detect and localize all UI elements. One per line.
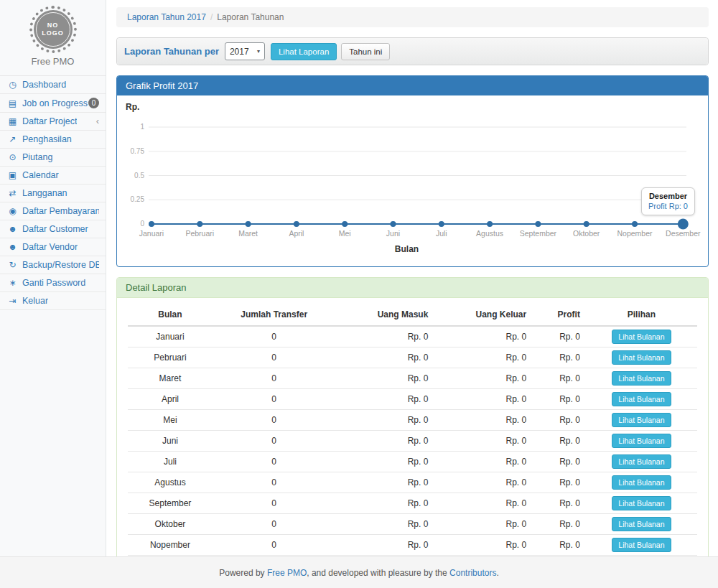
line-chart-icon: ↗ [6,134,19,144]
lihat-bulanan-button[interactable]: Lihat Bulanan [612,392,671,406]
jumlah-transfer-cell: 0 [213,472,336,493]
lihat-bulanan-button[interactable]: Lihat Bulanan [612,330,671,344]
bulan-cell: Juli [128,452,213,472]
pilihan-cell: Lihat Bulanan [586,368,697,389]
breadcrumb-link-laporan-tahun[interactable]: Laporan Tahun 2017 [127,12,206,22]
sidebar-item-piutang[interactable]: ⊙Piutang [0,149,106,167]
lihat-bulanan-button[interactable]: Lihat Bulanan [612,413,671,427]
svg-text:0: 0 [140,220,144,228]
profit-cell: Rp. 0 [532,452,586,472]
pilihan-cell: Lihat Bulanan [586,347,697,368]
sidebar-item-daftar-vendor[interactable]: ☻Daftar Vendor [0,238,106,256]
sidebar-item-keluar[interactable]: ⇥Keluar [0,292,106,310]
table-row: April0Rp. 0Rp. 0Rp. 0Lihat Bulanan [128,389,697,410]
sidebar-item-calendar[interactable]: ▣Calendar [0,167,106,185]
footer-link-contributors[interactable]: Contributors [449,568,496,578]
uang-masuk-cell: Rp. 0 [336,535,434,556]
uang-masuk-cell: Rp. 0 [336,389,434,410]
svg-text:Desember: Desember [666,229,701,238]
sidebar-item-daftar-pembayaran[interactable]: ◉Daftar Pembayaran [0,202,106,220]
table-row: September0Rp. 0Rp. 0Rp. 0Lihat Bulanan [128,493,697,514]
table-icon: ▦ [6,116,19,126]
pilihan-cell: Lihat Bulanan [586,431,697,452]
sidebar-item-label: Daftar Vendor [22,242,78,252]
bulan-cell: Nopember [128,535,213,556]
detail-laporan-panel: Detail Laporan BulanJumlah TransferUang … [116,277,709,588]
sidebar-item-label: Calendar [22,170,59,180]
pilihan-cell: Lihat Bulanan [586,410,697,431]
pilihan-cell: Lihat Bulanan [586,326,697,347]
users-icon: ☻ [6,224,19,234]
year-select[interactable]: 2017 ▾ [225,42,265,60]
lihat-laporan-button[interactable]: Lihat Laporan [271,43,337,60]
pilihan-cell: Lihat Bulanan [586,493,697,514]
svg-text:1: 1 [140,123,144,131]
bulan-cell: September [128,493,213,514]
column-header: Jumlah Transfer [213,304,336,326]
uang-masuk-cell: Rp. 0 [336,410,434,431]
sidebar-item-label: Backup/Restore DB [22,260,99,270]
select-caret-icon: ▾ [257,48,260,55]
lihat-bulanan-button[interactable]: Lihat Bulanan [612,434,671,448]
sidebar-item-dashboard[interactable]: ◷Dashboard [0,76,106,94]
uang-masuk-cell: Rp. 0 [336,326,434,347]
sidebar-item-label: Daftar Pembayaran [22,206,99,216]
column-header: Pilihan [586,304,697,326]
sidebar-item-langganan[interactable]: ⇄Langganan [0,185,106,202]
lihat-bulanan-button[interactable]: Lihat Bulanan [612,371,671,386]
year-select-value: 2017 [230,47,249,57]
svg-text:0.25: 0.25 [131,195,145,203]
uang-keluar-cell: Rp. 0 [434,514,532,535]
sidebar-item-daftar-customer[interactable]: ☻Daftar Customer [0,220,106,238]
svg-text:Pebruari: Pebruari [185,229,214,238]
svg-text:Agustus: Agustus [476,229,503,238]
bulan-cell: Juni [128,431,213,452]
svg-text:Bulan: Bulan [395,244,419,254]
uang-masuk-cell: Rp. 0 [336,452,434,472]
uang-keluar-cell: Rp. 0 [434,410,532,431]
sidebar-item-ganti-password[interactable]: ∗Ganti Password [0,274,106,292]
table-row: Pebruari0Rp. 0Rp. 0Rp. 0Lihat Bulanan [128,347,697,368]
footer: Powered by Free PMO, and developed with … [0,556,718,588]
lihat-bulanan-button[interactable]: Lihat Bulanan [612,350,671,365]
sidebar-item-job-on-progress[interactable]: ▤Job on Progress0 [0,94,106,113]
footer-text-after: . [496,568,498,578]
table-row: Juni0Rp. 0Rp. 0Rp. 0Lihat Bulanan [128,431,697,452]
users-icon: ☻ [6,242,19,252]
breadcrumb-current: Laporan Tahunan [217,12,284,22]
sidebar-item-label: Dashboard [22,80,66,90]
svg-text:Nopember: Nopember [617,229,653,238]
jumlah-transfer-cell: 0 [213,535,336,556]
logo-text-line2: LOGO [42,29,64,37]
lihat-bulanan-button[interactable]: Lihat Bulanan [612,475,671,490]
sidebar-item-backup-restore-db[interactable]: ↻Backup/Restore DB [0,256,106,274]
footer-link-free-pmo[interactable]: Free PMO [267,568,307,578]
svg-text:Juli: Juli [436,229,447,238]
profit-chart-panel: Grafik Profit 2017 00.250.50.751Rp.Janua… [116,75,709,267]
pilihan-cell: Lihat Bulanan [586,472,697,493]
breadcrumb: Laporan Tahun 2017/Laporan Tahunan [116,7,709,27]
profit-cell: Rp. 0 [532,326,586,347]
svg-text:0.5: 0.5 [134,172,144,179]
lihat-bulanan-button[interactable]: Lihat Bulanan [612,517,671,531]
uang-masuk-cell: Rp. 0 [336,368,434,389]
tahun-ini-button[interactable]: Tahun ini [341,43,390,60]
bulan-cell: Maret [128,368,213,389]
jumlah-transfer-cell: 0 [213,410,336,431]
uang-keluar-cell: Rp. 0 [434,347,532,368]
sidebar-item-daftar-project[interactable]: ▦Daftar Project‹ [0,113,106,131]
jumlah-transfer-cell: 0 [213,326,336,347]
count-badge: 0 [88,98,99,108]
lihat-bulanan-button[interactable]: Lihat Bulanan [612,496,671,510]
lihat-bulanan-button[interactable]: Lihat Bulanan [612,454,671,469]
profit-cell: Rp. 0 [532,389,586,410]
brand-block: NO LOGO Free PMO [0,0,106,75]
report-table: BulanJumlah TransferUang MasukUang Kelua… [128,304,697,588]
lihat-bulanan-button[interactable]: Lihat Bulanan [612,538,671,552]
sidebar-item-penghasilan[interactable]: ↗Penghasilan [0,131,106,149]
uang-masuk-cell: Rp. 0 [336,493,434,514]
refresh-icon: ↻ [6,260,19,270]
uang-keluar-cell: Rp. 0 [434,493,532,514]
report-filter-panel: Laporan Tahunan per 2017 ▾ Lihat Laporan… [116,37,709,65]
page: NO LOGO Free PMO ◷Dashboard▤Job on Progr… [0,0,718,588]
